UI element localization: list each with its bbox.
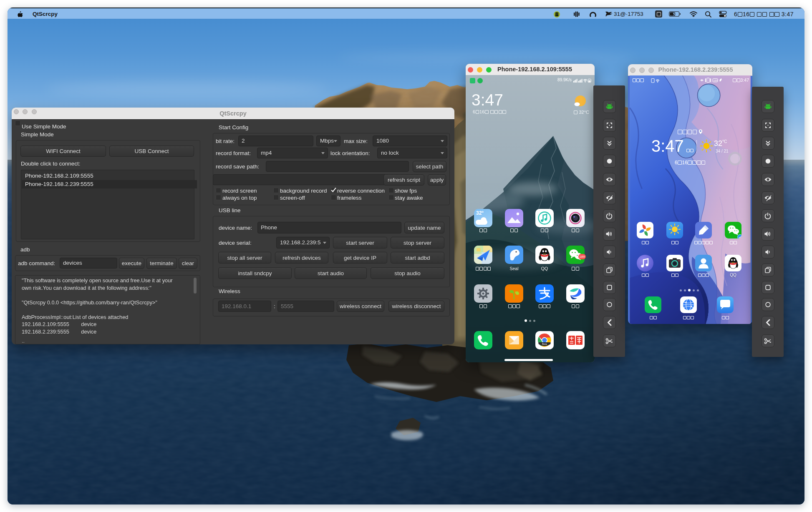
- svg-text:Beta: Beta: [542, 343, 547, 345]
- svg-text:100: 100: [714, 79, 718, 82]
